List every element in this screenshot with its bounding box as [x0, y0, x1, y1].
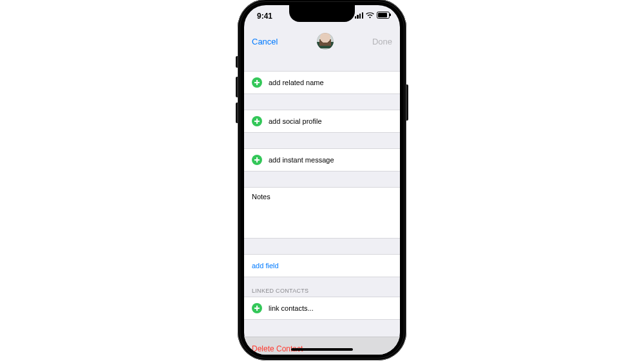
plus-icon — [252, 77, 262, 88]
row-label: link contacts... — [269, 304, 314, 312]
add-field-row[interactable]: add field — [244, 254, 400, 277]
status-time: 9:41 — [257, 12, 272, 21]
add-instant-message-row[interactable]: add instant message — [244, 148, 400, 172]
add-related-name-row[interactable]: add related name — [244, 71, 400, 94]
edit-contact-content: add related name add social profile add … — [244, 55, 400, 355]
row-label: add instant message — [269, 156, 334, 164]
battery-icon — [377, 12, 390, 19]
home-indicator — [291, 348, 353, 351]
notch — [289, 5, 355, 22]
add-social-profile-row[interactable]: add social profile — [244, 110, 400, 133]
cancel-button[interactable]: Cancel — [252, 37, 278, 46]
screen: 9:41 Cancel Done — [244, 5, 400, 355]
power-button — [406, 84, 408, 121]
plus-icon — [252, 303, 262, 313]
row-label: add related name — [269, 79, 324, 86]
done-button[interactable]: Done — [372, 37, 392, 46]
mute-switch — [236, 56, 238, 68]
delete-contact-row[interactable]: Delete Contact — [244, 337, 400, 355]
link-contacts-row[interactable]: link contacts... — [244, 297, 400, 320]
row-label: add field — [252, 262, 279, 270]
iphone-frame: 9:41 Cancel Done — [238, 0, 406, 360]
volume-down-button — [236, 103, 238, 123]
cellular-signal-icon — [355, 12, 363, 19]
plus-icon — [252, 155, 262, 165]
row-label: add social profile — [269, 117, 322, 125]
contact-avatar[interactable] — [317, 33, 334, 50]
plus-icon — [252, 116, 262, 126]
notes-label: Notes — [252, 193, 270, 201]
linked-contacts-header: LINKED CONTACTS — [244, 277, 400, 297]
volume-up-button — [236, 77, 238, 97]
notes-field[interactable]: Notes — [244, 187, 400, 239]
wifi-icon — [366, 12, 374, 19]
